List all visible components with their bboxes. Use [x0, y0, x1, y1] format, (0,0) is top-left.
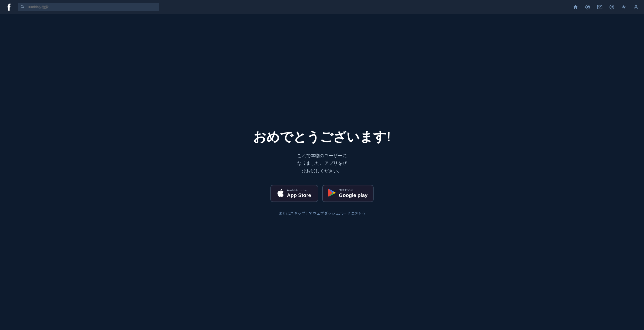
skip-link[interactable]: またはスキップしてウェブダッシュボードに進もう: [279, 211, 366, 216]
home-icon[interactable]: [573, 4, 579, 10]
body-line2: なりました。アプリをぜ: [297, 161, 347, 166]
appstore-text: Available on the App Store: [287, 189, 311, 199]
appstore-button[interactable]: Available on the App Store: [270, 185, 318, 202]
tumblr-logo[interactable]: [5, 3, 14, 12]
mail-icon[interactable]: [597, 4, 603, 10]
googleplay-icon: [328, 189, 336, 198]
navbar: [0, 0, 644, 14]
congrats-title: おめでとうございます!: [253, 128, 391, 146]
googleplay-button[interactable]: GET IT ON Google play: [322, 185, 374, 202]
body-line1: これで本物のユーザーに: [297, 153, 347, 158]
svg-marker-3: [587, 6, 589, 8]
apple-icon: [276, 188, 284, 199]
store-buttons: Available on the App Store GET IT ON Goo…: [270, 185, 374, 202]
main-content: おめでとうございます! これで本物のユーザーに なりました。アプリをぜ ひお試し…: [0, 14, 644, 330]
congrats-body: これで本物のユーザーに なりました。アプリをぜ ひお試しください。: [297, 152, 347, 175]
person-icon[interactable]: [633, 4, 639, 10]
appstore-large-label: App Store: [287, 192, 311, 199]
search-input[interactable]: [18, 3, 159, 11]
body-line3: ひお試しください。: [302, 169, 342, 174]
smiley-icon[interactable]: [609, 4, 615, 10]
compass-icon[interactable]: [585, 4, 591, 10]
googleplay-large-label: Google play: [339, 192, 368, 199]
search-wrapper: [18, 3, 159, 11]
lightning-icon[interactable]: [621, 4, 627, 10]
googleplay-small-label: GET IT ON: [339, 189, 368, 192]
svg-point-5: [610, 5, 614, 9]
googleplay-text: GET IT ON Google play: [339, 189, 368, 199]
nav-icons: [573, 4, 639, 10]
svg-point-8: [635, 5, 637, 7]
appstore-small-label: Available on the: [287, 189, 311, 192]
